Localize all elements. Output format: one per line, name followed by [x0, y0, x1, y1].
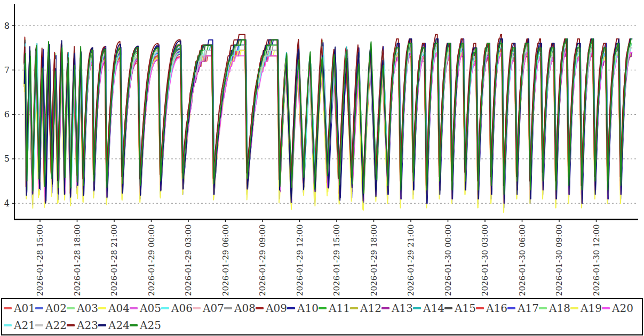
legend-label: A24	[108, 320, 130, 331]
x-tick-label: 2026-01-29 00:00	[147, 225, 156, 296]
legend-swatch-A02	[35, 307, 43, 309]
legend-swatch-A03	[67, 307, 75, 309]
legend-swatch-A05	[130, 307, 138, 309]
legend-item-A23: A23	[67, 317, 98, 334]
legend-swatch-A20	[602, 307, 610, 309]
legend-item-A25: A25	[130, 317, 161, 334]
legend-swatch-A25	[130, 324, 138, 326]
series-lines	[24, 35, 633, 212]
legend-label: A20	[612, 303, 633, 314]
y-axis: 45678	[4, 21, 14, 209]
x-tick-label: 2026-01-29 15:00	[332, 225, 341, 296]
x-tick-label: 2026-01-29 03:00	[184, 225, 193, 296]
x-axis: 2026-01-28 15:002026-01-28 18:002026-01-…	[35, 220, 601, 296]
legend-swatch-A22	[35, 324, 43, 326]
legend-swatch-A08	[224, 307, 232, 309]
legend-item-A06: A06	[161, 300, 193, 317]
legend-item-A08: A08	[224, 300, 256, 317]
legend-label: A09	[266, 303, 287, 314]
legend-label: A06	[171, 303, 193, 314]
legend-label: A18	[549, 303, 570, 314]
legend-swatch-A10	[287, 307, 295, 309]
legend-swatch-A15	[444, 307, 452, 309]
legend-item-A12: A12	[350, 300, 381, 317]
legend-item-A07: A07	[193, 300, 224, 317]
legend-swatch-A16	[476, 307, 484, 309]
legend-label: A16	[486, 303, 507, 314]
legend-item-A03: A03	[67, 300, 98, 317]
legend: A01A02A03A04A05A06A07A08A09A10A11A12A13A…	[1, 298, 643, 335]
legend-item-A01: A01	[4, 300, 35, 317]
legend-label: A01	[14, 303, 35, 314]
legend-label: A07	[203, 303, 224, 314]
y-tick-label: 7	[4, 65, 10, 75]
legend-swatch-A01	[4, 307, 12, 309]
legend-item-A14: A14	[413, 300, 444, 317]
legend-label: A13	[392, 303, 413, 314]
y-tick-label: 6	[4, 109, 10, 119]
x-tick-label: 2026-01-30 09:00	[554, 225, 564, 296]
legend-swatch-A04	[98, 307, 106, 309]
legend-swatch-A21	[4, 324, 12, 326]
legend-swatch-A12	[350, 307, 358, 309]
legend-label: A15	[455, 303, 476, 314]
x-tick-label: 2026-01-30 12:00	[592, 225, 601, 296]
legend-item-A22: A22	[35, 317, 67, 334]
x-tick-label: 2026-01-28 15:00	[35, 225, 45, 296]
x-tick-label: 2026-01-29 06:00	[221, 225, 230, 296]
legend-swatch-A07	[193, 307, 201, 309]
x-tick-label: 2026-01-29 21:00	[406, 225, 416, 296]
legend-label: A22	[45, 320, 67, 331]
legend-swatch-A23	[67, 324, 75, 326]
x-tick-label: 2026-01-30 06:00	[518, 225, 527, 296]
x-tick-label: 2026-01-29 12:00	[295, 225, 305, 296]
legend-item-A24: A24	[98, 317, 130, 334]
legend-label: A19	[581, 303, 602, 314]
legend-item-A18: A18	[539, 300, 570, 317]
legend-label: A02	[45, 303, 67, 314]
y-tick-label: 8	[4, 21, 10, 31]
x-tick-label: 2026-01-28 21:00	[109, 225, 119, 296]
legend-item-A20: A20	[602, 300, 633, 317]
x-tick-label: 2026-01-28 18:00	[73, 225, 82, 296]
legend-label: A25	[140, 320, 161, 331]
y-tick-label: 4	[4, 198, 10, 209]
legend-label: A04	[108, 303, 130, 314]
legend-label: A14	[423, 303, 444, 314]
legend-label: A03	[77, 303, 98, 314]
legend-item-A11: A11	[319, 300, 350, 317]
legend-item-A02: A02	[35, 300, 67, 317]
legend-item-A10: A10	[287, 300, 319, 317]
legend-item-A19: A19	[570, 300, 602, 317]
chart-container: 456782026-01-28 15:002026-01-28 18:00202…	[0, 0, 644, 298]
x-tick-label: 2026-01-30 03:00	[480, 225, 490, 296]
x-tick-label: 2026-01-29 09:00	[258, 225, 267, 296]
x-tick-label: 2026-01-30 00:00	[443, 225, 453, 296]
legend-swatch-A24	[98, 324, 106, 326]
legend-item-A15: A15	[444, 300, 476, 317]
legend-swatch-A06	[161, 307, 169, 309]
legend-item-A09: A09	[256, 300, 287, 317]
legend-label: A08	[234, 303, 256, 314]
x-tick-label: 2026-01-29 18:00	[369, 225, 379, 296]
legend-item-A21: A21	[4, 317, 35, 334]
legend-item-A05: A05	[130, 300, 161, 317]
legend-label: A23	[77, 320, 98, 331]
chart-svg: 456782026-01-28 15:002026-01-28 18:00202…	[0, 0, 644, 298]
legend-swatch-A18	[539, 307, 547, 309]
legend-swatch-A19	[570, 307, 578, 309]
legend-item-A13: A13	[381, 300, 413, 317]
legend-swatch-A14	[413, 307, 421, 309]
legend-swatch-A09	[256, 307, 264, 309]
legend-item-A16: A16	[476, 300, 507, 317]
legend-label: A21	[14, 320, 35, 331]
legend-swatch-A11	[319, 307, 327, 309]
legend-label: A05	[140, 303, 161, 314]
legend-label: A12	[360, 303, 381, 314]
legend-item-A04: A04	[98, 300, 130, 317]
legend-label: A11	[329, 303, 350, 314]
y-tick-label: 5	[4, 154, 10, 164]
legend-swatch-A13	[381, 307, 389, 309]
legend-swatch-A17	[507, 307, 515, 309]
legend-label: A17	[518, 303, 539, 314]
